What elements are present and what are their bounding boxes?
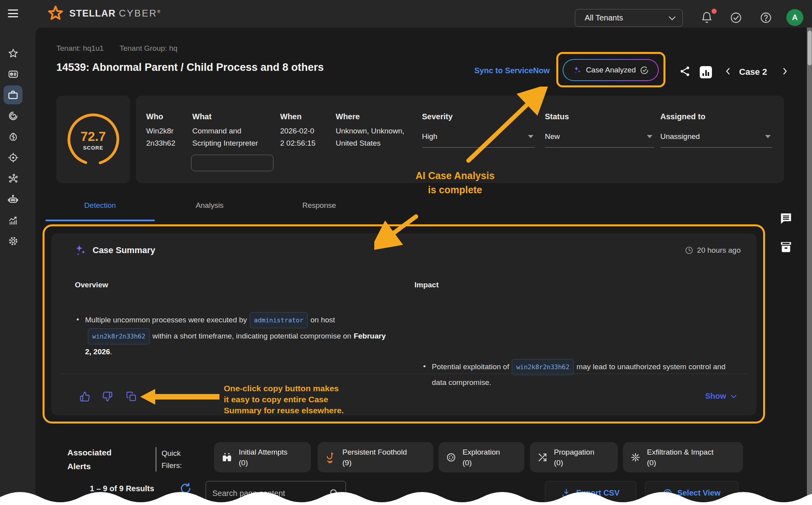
filter-count: (0) xyxy=(647,457,714,468)
tenant-info: Tenant: hq1u1 Tenant Group: hq xyxy=(56,44,177,53)
share-icon[interactable] xyxy=(679,65,691,77)
search-box xyxy=(206,481,346,505)
where-field: Where Unknown, Unknown, United States xyxy=(336,112,406,149)
impact-heading: Impact xyxy=(414,281,439,289)
active-tab-underline xyxy=(45,220,155,221)
case-analyzed-label: Case Analyzed xyxy=(586,66,636,74)
severity-value: High xyxy=(422,132,437,141)
filter-persistent-foothold[interactable]: Persistent Foothold (9) xyxy=(318,442,433,472)
summary-timestamp: 20 hours ago xyxy=(685,246,741,255)
brain-icon xyxy=(8,131,19,142)
insights-chart-icon[interactable] xyxy=(700,66,712,78)
score-card: 72.7 SCORE xyxy=(56,96,130,183)
assigned-to-select[interactable]: Unassigned xyxy=(660,132,772,148)
entity-chip[interactable]: win2k8r2n33h62 xyxy=(88,328,150,344)
sidebar-item-settings[interactable] xyxy=(4,231,22,250)
avatar-initial: A xyxy=(792,13,797,22)
tab-response[interactable]: Response xyxy=(264,197,374,214)
results-count: 1 – 9 of 9 Results xyxy=(90,484,154,493)
search-icon[interactable] xyxy=(329,488,339,498)
binoculars-icon xyxy=(221,451,233,463)
refresh-icon[interactable] xyxy=(180,483,191,494)
clock-icon xyxy=(685,246,693,255)
brand-logo: STELLARCYBER® xyxy=(47,5,161,22)
what-tag-box[interactable] xyxy=(191,155,273,171)
brand-name: STELLARCYBER® xyxy=(69,8,161,19)
tab-detection[interactable]: Detection xyxy=(45,197,155,214)
case-summary-card: Case Summary 20 hours ago Overview Impac… xyxy=(51,233,756,415)
filter-initial-attempts[interactable]: Initial Attempts (0) xyxy=(214,442,311,472)
filter-label: Persistent Foothold xyxy=(342,447,407,457)
left-sidebar xyxy=(0,28,35,505)
user-avatar[interactable]: A xyxy=(786,9,803,26)
annotation-analysis-note: AI Case Analysis is complete xyxy=(400,168,510,197)
sidebar-item-correlations[interactable] xyxy=(4,169,22,188)
case-nav-label: Case 2 xyxy=(739,67,767,77)
show-toggle[interactable]: Show xyxy=(705,392,738,401)
assigned-to-field: Assigned to Unassigned xyxy=(660,112,772,148)
tab-analysis[interactable]: Analysis xyxy=(155,197,264,214)
who-field: Who Win2k8r 2n33h62 xyxy=(146,112,185,149)
tenant-label: Tenant: hq1u1 xyxy=(56,44,104,53)
caret-down-icon xyxy=(647,135,652,138)
when-value: 2026-02-02 02:56:15 xyxy=(280,125,316,149)
sidebar-item-threat-hunting[interactable] xyxy=(4,148,22,167)
help-icon[interactable] xyxy=(760,11,772,24)
filter-propagation[interactable]: Propagation (0) xyxy=(530,442,618,472)
comments-icon[interactable] xyxy=(779,212,793,225)
case-analyzed-button[interactable]: Case Analyzed xyxy=(563,59,659,81)
filter-exploration[interactable]: Exploration (0) xyxy=(439,442,524,472)
when-field: When 2026-02-02 02:56:15 xyxy=(280,112,316,149)
sidebar-item-automation[interactable] xyxy=(4,190,22,209)
export-csv-button[interactable]: Export CSV xyxy=(545,481,636,505)
summary-footer-divider xyxy=(60,374,748,374)
thumbs-down-icon[interactable] xyxy=(102,391,113,402)
sidebar-item-reports[interactable] xyxy=(4,211,22,229)
entity-chip[interactable]: administrator xyxy=(250,312,308,328)
severity-select[interactable]: High xyxy=(422,132,535,148)
sidebar-item-cases[interactable] xyxy=(4,85,22,104)
severity-label: Severity xyxy=(422,112,535,121)
filter-exfiltration-impact[interactable]: Exfiltration & Impact (0) xyxy=(623,442,743,472)
status-select[interactable]: New xyxy=(545,132,654,148)
scrollbar-thumb[interactable] xyxy=(808,31,812,65)
sync-to-servicenow-link[interactable]: Sync to ServiceNow xyxy=(474,66,550,75)
previous-case-chevron-icon[interactable] xyxy=(723,67,733,76)
filter-label: Exploration xyxy=(463,447,500,457)
thumbs-up-icon[interactable] xyxy=(80,391,90,402)
sidebar-item-ai-ml[interactable] xyxy=(4,127,22,146)
sparkle-icon xyxy=(572,65,582,75)
where-value: Unknown, Unknown, United States xyxy=(336,125,406,149)
notifications-bell-icon[interactable] xyxy=(701,11,713,24)
tasks-check-icon[interactable] xyxy=(730,11,742,24)
chevron-down-icon xyxy=(730,392,738,400)
select-view-button[interactable]: Select View xyxy=(645,481,738,505)
sidebar-item-favorites[interactable] xyxy=(4,44,22,63)
what-field: What Command and Scripting Interpreter xyxy=(192,112,262,149)
overview-bullet: Multiple uncommon processes were execute… xyxy=(76,312,391,359)
search-input[interactable] xyxy=(212,489,325,498)
next-case-chevron-icon[interactable] xyxy=(780,67,790,76)
sidebar-item-dashboards[interactable] xyxy=(4,65,22,83)
copy-icon[interactable] xyxy=(126,391,137,402)
who-label: Who xyxy=(146,112,185,121)
archive-icon[interactable] xyxy=(779,240,793,253)
what-label: What xyxy=(192,112,262,121)
entity-chip[interactable]: win2k8r2n33h62 xyxy=(512,359,574,375)
impact-bullet: Potential exploitation ofwin2k8r2n33h62m… xyxy=(422,359,741,390)
tenant-group-label: Tenant Group: hq xyxy=(119,44,177,53)
hamburger-menu-icon[interactable] xyxy=(8,9,18,18)
dashboard-icon xyxy=(8,69,19,80)
assigned-to-value: Unassigned xyxy=(660,132,700,141)
select-view-label: Select View xyxy=(677,488,721,498)
filter-label: Exfiltration & Impact xyxy=(647,447,714,457)
check-circle-icon xyxy=(640,66,649,75)
burst-icon xyxy=(630,452,641,463)
tenant-selector[interactable]: All Tenants xyxy=(575,9,683,27)
sidebar-item-detections[interactable] xyxy=(4,106,22,125)
timestamp-text: 20 hours ago xyxy=(697,246,741,255)
notification-dot xyxy=(712,9,717,14)
sparkle-icon xyxy=(74,244,87,257)
vertical-scrollbar[interactable] xyxy=(807,28,812,505)
quick-filers-label: Quick Filers: xyxy=(156,447,191,472)
